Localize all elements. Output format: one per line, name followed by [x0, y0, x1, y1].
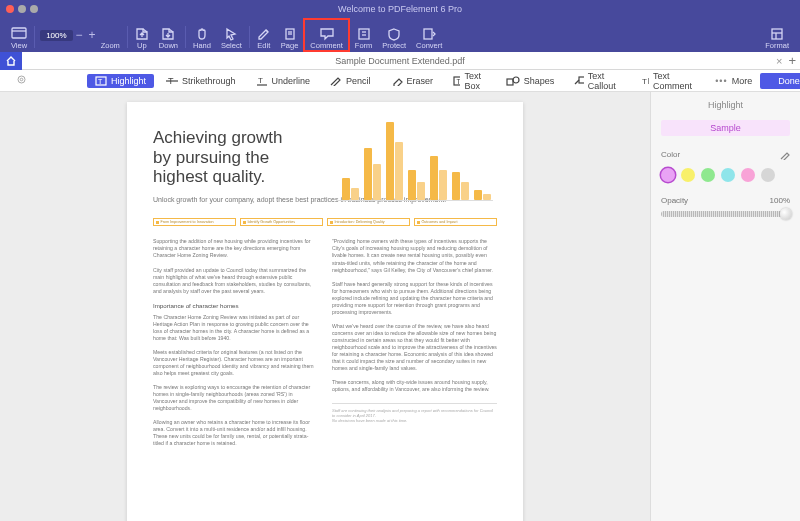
- svg-rect-5: [359, 29, 369, 39]
- slider-knob[interactable]: [780, 208, 792, 220]
- color-swatch[interactable]: [681, 168, 695, 182]
- opacity-label: Opacity: [661, 196, 688, 205]
- legend-item: Outcomes and Impact: [414, 218, 497, 226]
- svg-rect-22: [507, 79, 513, 85]
- color-swatch[interactable]: [721, 168, 735, 182]
- color-picker-icon[interactable]: [780, 150, 790, 162]
- text-box-tool[interactable]: T Text Box: [445, 69, 494, 93]
- pdf-page: Achieving growth by pursuing the highest…: [127, 102, 523, 521]
- svg-text:T: T: [258, 76, 263, 85]
- close-icon[interactable]: [6, 5, 14, 13]
- window-controls[interactable]: [6, 5, 38, 13]
- svg-rect-9: [772, 29, 782, 39]
- edit-button[interactable]: Edit: [252, 18, 276, 52]
- format-button[interactable]: Format: [760, 18, 794, 52]
- titlebar: Welcome to PDFelement 6 Pro: [0, 0, 800, 18]
- zoom-in-button[interactable]: +: [86, 28, 99, 42]
- svg-text:T: T: [457, 77, 461, 84]
- color-swatch[interactable]: [701, 168, 715, 182]
- view-button[interactable]: View: [6, 18, 32, 52]
- color-swatch[interactable]: [741, 168, 755, 182]
- page-down-button[interactable]: Down: [154, 18, 183, 52]
- select-tool[interactable]: Select: [216, 18, 247, 52]
- svg-text:T: T: [642, 77, 647, 86]
- svg-point-13: [20, 78, 23, 81]
- svg-rect-24: [579, 77, 584, 83]
- panel-title: Highlight: [661, 100, 790, 110]
- legend-item: From Improvement to Innovation: [153, 218, 236, 226]
- page-up-button[interactable]: Up: [130, 18, 154, 52]
- sample-preview: Sample: [661, 120, 790, 136]
- new-tab-icon[interactable]: +: [788, 53, 796, 68]
- color-swatch[interactable]: [661, 168, 675, 182]
- text-comment-tool[interactable]: T Text Comment: [632, 69, 703, 93]
- shapes-tool[interactable]: Shapes: [498, 74, 563, 88]
- comment-toolbar: T Highlight T Strikethrough T Underline …: [0, 70, 800, 92]
- zoom-out-button[interactable]: −: [73, 28, 86, 42]
- doc-legend: From Improvement to InnovationIdentify G…: [153, 218, 497, 226]
- page-button[interactable]: Page: [276, 18, 304, 52]
- document-name: Sample Document Extended.pdf: [0, 56, 800, 66]
- svg-point-12: [18, 76, 25, 83]
- form-button[interactable]: Form: [350, 18, 378, 52]
- opacity-value: 100%: [770, 196, 790, 205]
- color-swatches: [661, 168, 790, 182]
- document-tabbar: Sample Document Extended.pdf × +: [0, 52, 800, 70]
- zoom-value[interactable]: 100%: [40, 30, 72, 41]
- eraser-tool[interactable]: Eraser: [383, 74, 442, 88]
- convert-button[interactable]: Convert: [411, 18, 447, 52]
- text-callout-tool[interactable]: Text Callout: [566, 69, 628, 93]
- done-button[interactable]: Done: [760, 73, 800, 89]
- maximize-icon[interactable]: [30, 5, 38, 13]
- svg-rect-8: [424, 29, 432, 39]
- hand-tool[interactable]: Hand: [188, 18, 216, 52]
- doc-chart: [332, 123, 497, 208]
- gear-icon[interactable]: [16, 74, 27, 87]
- opacity-slider[interactable]: [661, 211, 790, 217]
- main-ribbon: View 100% − + Zoom Up Down Hand Select E…: [0, 18, 800, 52]
- legend-item: Introduction: Delivering Quality: [327, 218, 410, 226]
- app-title: Welcome to PDFelement 6 Pro: [0, 4, 800, 14]
- zoom-label: Zoom: [99, 18, 125, 52]
- close-tab-icon[interactable]: ×: [776, 55, 782, 67]
- pencil-tool[interactable]: Pencil: [322, 74, 379, 88]
- legend-item: Identify Growth Opportunities: [240, 218, 323, 226]
- minimize-icon[interactable]: [18, 5, 26, 13]
- color-swatch[interactable]: [761, 168, 775, 182]
- doc-column-right: "Providing home owners with these types …: [332, 238, 497, 453]
- svg-rect-0: [12, 28, 26, 38]
- highlight-tool[interactable]: T Highlight: [87, 74, 154, 88]
- more-tool[interactable]: ••• More: [707, 74, 760, 88]
- document-canvas[interactable]: Achieving growth by pursuing the highest…: [0, 92, 650, 521]
- strikethrough-tool[interactable]: T Strikethrough: [158, 74, 244, 88]
- comment-button[interactable]: Comment: [303, 18, 350, 52]
- underline-tool[interactable]: T Underline: [248, 74, 319, 88]
- svg-point-23: [513, 77, 519, 83]
- color-label: Color: [661, 150, 680, 162]
- svg-text:T: T: [98, 77, 103, 84]
- doc-column-left: Supporting the addition of new housing w…: [153, 238, 318, 453]
- protect-button[interactable]: Protect: [377, 18, 411, 52]
- properties-panel: Highlight Sample Color Opacity 100%: [650, 92, 800, 521]
